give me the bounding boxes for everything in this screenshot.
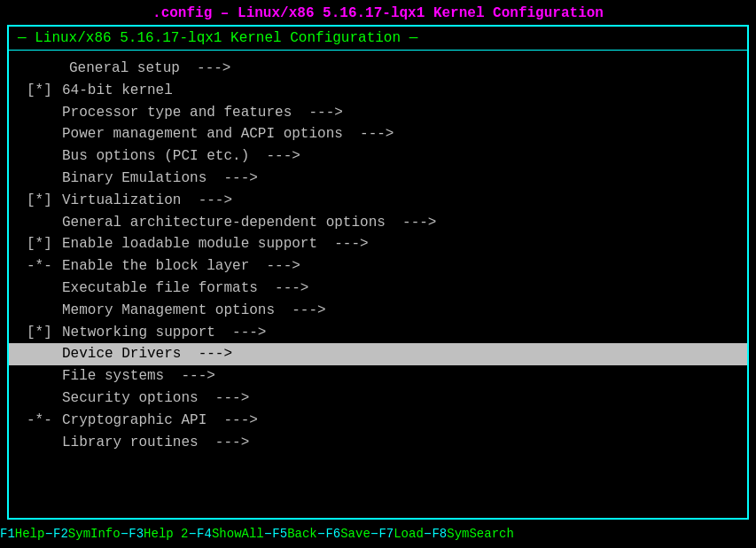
status-label: SymInfo <box>68 527 121 541</box>
status-key: F7 <box>378 527 394 541</box>
item-label: Cryptographic API ---> <box>62 410 258 432</box>
item-label: General architecture-dependent options -… <box>62 212 436 234</box>
item-label: Enable loadable module support ---> <box>62 233 369 255</box>
item-label: Bus options (PCI etc.) ---> <box>62 145 300 168</box>
status-label: Help 2 <box>144 527 188 541</box>
status-item[interactable]: F2SymInfo <box>53 527 121 541</box>
menu-item[interactable]: [*] 64-bit kernel <box>9 80 747 102</box>
item-label: Security options ---> <box>62 388 249 410</box>
item-prefix <box>27 432 62 454</box>
status-label: SymSearch <box>447 527 514 541</box>
status-key: F4 <box>197 527 212 541</box>
menu-item[interactable]: -*- Enable the block layer ---> <box>9 255 747 278</box>
menu-item[interactable]: Binary Emulations ---> <box>9 168 747 190</box>
menu-item[interactable]: File systems ---> <box>9 365 747 388</box>
status-separator: – <box>317 526 326 542</box>
item-label: Binary Emulations ---> <box>62 168 258 190</box>
main-window: — Linux/x86 5.16.17-lqx1 Kernel Configur… <box>7 25 749 520</box>
item-prefix <box>27 278 62 300</box>
status-separator: – <box>370 526 379 542</box>
item-prefix: -*- <box>27 410 62 432</box>
status-item[interactable]: F8SymSearch <box>432 527 513 541</box>
status-separator: – <box>189 526 198 542</box>
menu-item[interactable]: General architecture-dependent options -… <box>9 212 747 234</box>
status-key: F6 <box>325 527 340 541</box>
item-label: 64-bit kernel <box>62 80 173 102</box>
item-label: Memory Management options ---> <box>62 300 326 322</box>
status-separator: – <box>121 526 129 542</box>
item-prefix: [*] <box>27 233 62 255</box>
menu-item[interactable]: [*] Enable loadable module support ---> <box>9 233 747 255</box>
menu-item[interactable]: Security options ---> <box>9 388 747 410</box>
item-label: Library routines ---> <box>62 432 249 454</box>
item-label: Power management and ACPI options ---> <box>62 123 394 145</box>
status-label: ShowAll <box>212 527 264 541</box>
status-label: Save <box>340 527 370 541</box>
status-item[interactable]: F6Save <box>325 527 370 541</box>
status-separator: – <box>264 526 273 542</box>
status-key: F8 <box>432 527 447 541</box>
item-prefix <box>27 123 62 145</box>
title-text: .config – Linux/x86 5.16.17-lqx1 Kernel … <box>152 5 604 21</box>
item-prefix: [*] <box>27 322 62 344</box>
status-item[interactable]: F5Back <box>272 527 316 541</box>
status-label: Load <box>394 527 424 541</box>
item-prefix <box>27 365 62 388</box>
menu-item[interactable]: Memory Management options ---> <box>9 300 747 322</box>
item-prefix: [*] <box>27 80 62 102</box>
item-prefix <box>27 102 62 124</box>
item-prefix <box>27 168 62 190</box>
item-prefix: -*- <box>27 255 62 278</box>
item-label: Networking support ---> <box>62 322 266 344</box>
item-prefix <box>27 343 62 365</box>
item-prefix <box>27 145 62 168</box>
status-label: Help <box>15 527 45 541</box>
status-separator: – <box>44 526 53 542</box>
menu-item[interactable]: [*] Networking support ---> <box>9 322 747 344</box>
menu-list[interactable]: General setup --->[*] 64-bit kernel Proc… <box>9 51 747 518</box>
item-prefix <box>27 300 62 322</box>
status-item[interactable]: F7Load <box>378 527 423 541</box>
status-separator: – <box>424 526 433 542</box>
status-key: F3 <box>129 527 144 541</box>
status-item[interactable]: F4ShowAll <box>197 527 264 541</box>
menu-item[interactable]: Bus options (PCI etc.) ---> <box>9 145 747 168</box>
status-item[interactable]: F3Help 2 <box>129 527 188 541</box>
menu-item[interactable]: [*] Virtualization ---> <box>9 190 747 212</box>
menu-item[interactable]: Executable file formats ---> <box>9 278 747 300</box>
window-title-text: — Linux/x86 5.16.17-lqx1 Kernel Configur… <box>18 30 417 46</box>
status-key: F2 <box>53 527 68 541</box>
title-bar: .config – Linux/x86 5.16.17-lqx1 Kernel … <box>0 0 756 25</box>
status-label: Back <box>287 527 317 541</box>
item-prefix <box>27 388 62 410</box>
status-key: F1 <box>0 527 15 541</box>
item-label: Executable file formats ---> <box>62 278 308 300</box>
menu-item[interactable]: General setup ---> <box>9 58 747 80</box>
item-label: Processor type and features ---> <box>62 102 343 124</box>
item-prefix: [*] <box>27 190 62 212</box>
item-label: General setup ---> <box>69 58 230 80</box>
menu-item[interactable]: Device Drivers ---> <box>9 343 747 365</box>
item-label: Virtualization ---> <box>62 190 232 212</box>
menu-item[interactable]: Processor type and features ---> <box>9 102 747 124</box>
item-label: Enable the block layer ---> <box>62 255 300 278</box>
item-label: Device Drivers ---> <box>62 343 232 365</box>
menu-item[interactable]: Library routines ---> <box>9 432 747 454</box>
item-label: File systems ---> <box>62 365 215 388</box>
status-key: F5 <box>272 527 287 541</box>
item-prefix <box>27 58 69 80</box>
window-title: — Linux/x86 5.16.17-lqx1 Kernel Configur… <box>9 27 747 51</box>
item-prefix <box>27 212 62 234</box>
menu-item[interactable]: -*- Cryptographic API ---> <box>9 410 747 432</box>
status-item[interactable]: F1Help <box>0 527 44 541</box>
menu-item[interactable]: Power management and ACPI options ---> <box>9 123 747 145</box>
statusbar: F1Help–F2SymInfo–F3Help 2–F4ShowAll–F5Ba… <box>0 520 756 548</box>
